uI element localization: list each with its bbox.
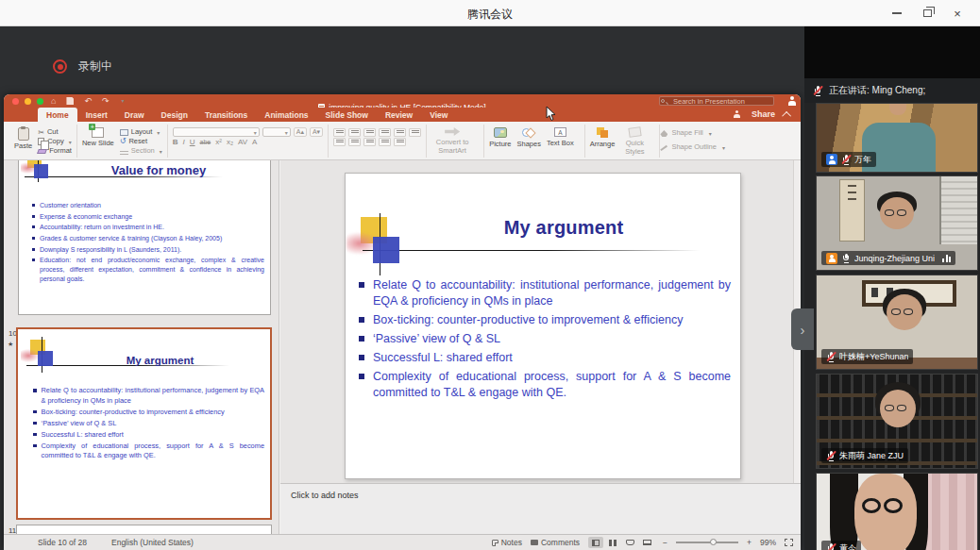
collapse-video-panel-button[interactable]: › (791, 308, 814, 350)
new-slide-icon (92, 127, 104, 138)
comments-icon (531, 540, 538, 545)
tab-slideshow[interactable]: Slide Show (317, 108, 377, 122)
numbering-button[interactable] (348, 128, 361, 137)
slideshow-button[interactable] (639, 537, 654, 548)
slide-counter[interactable]: Slide 10 of 28 (38, 538, 87, 547)
tab-animations[interactable]: Animations (256, 108, 316, 122)
shape-outline-button[interactable]: Shape Outline▾ (660, 143, 725, 152)
increase-indent-button[interactable] (379, 128, 391, 137)
muted-mic-icon (841, 155, 851, 165)
font-color-button[interactable]: A (252, 138, 257, 146)
close-button[interactable]: × (942, 0, 972, 26)
zoom-percent[interactable]: 99% (760, 538, 776, 547)
video-tile[interactable]: Junqing-Zhejiang Uni (816, 175, 978, 271)
normal-view-button[interactable] (588, 537, 603, 548)
slide-title[interactable]: My argument (346, 217, 740, 239)
layout-button[interactable]: Layout▾ (120, 127, 162, 137)
notes-icon (492, 540, 498, 546)
superscript-button[interactable]: x² (215, 138, 222, 146)
video-tile[interactable]: 叶姝楠+YeShunan (816, 275, 978, 370)
record-icon (53, 59, 67, 74)
participant-name: 叶姝楠+YeShunan (839, 351, 908, 363)
zoom-slider[interactable] (676, 542, 738, 543)
paste-button[interactable]: Paste (14, 127, 32, 151)
font-name-select[interactable] (173, 127, 260, 137)
zoom-slider-knob[interactable] (710, 539, 717, 545)
align-right-button[interactable] (363, 138, 376, 146)
language-status[interactable]: English (United States) (111, 538, 194, 547)
shapes-button[interactable]: Shapes (516, 127, 540, 149)
arrange-group: Arrange Quick Styles (584, 125, 660, 158)
participant-name: 黄今 (839, 542, 856, 550)
cut-button[interactable]: ✂Cut (38, 127, 72, 137)
animation-star-icon: ★ (8, 341, 13, 348)
notes-toggle[interactable]: Notes (492, 538, 522, 547)
character-spacing-button[interactable]: AV (238, 138, 247, 146)
shrink-font-button[interactable]: A▾ (310, 127, 323, 137)
search-input[interactable] (659, 96, 774, 106)
minimize-icon (892, 12, 902, 13)
convert-smartart-button[interactable]: Convert to SmartArt (431, 125, 473, 155)
tab-home[interactable]: Home (38, 108, 77, 122)
video-tile[interactable]: 黄今 (816, 473, 978, 550)
tab-transitions[interactable]: Transitions (196, 108, 256, 122)
speaking-banner: 正在讲话: Ming Cheng; (804, 78, 980, 103)
slide-canvas[interactable]: My argument Relate Q to accountability: … (345, 173, 741, 479)
speaking-label: 正在讲话: Ming Cheng; (829, 84, 925, 97)
shape-fill-button[interactable]: Shape Fill▾ (660, 129, 711, 138)
arrange-button[interactable]: Arrange (590, 127, 616, 149)
slide-sorter-button[interactable] (605, 537, 620, 548)
line-spacing-button[interactable] (394, 128, 406, 137)
video-tile[interactable]: 万年 (816, 103, 978, 173)
comments-toggle[interactable]: Comments (531, 538, 580, 547)
thumbnail-slide-11[interactable] (16, 525, 272, 534)
collapse-ribbon-icon[interactable] (782, 110, 791, 120)
tab-review[interactable]: Review (377, 108, 421, 122)
new-slide-button[interactable]: New Slide (82, 127, 114, 148)
window-title: 腾讯会议 (0, 7, 980, 23)
copy-icon (38, 138, 44, 145)
font-size-select[interactable] (262, 127, 291, 137)
restore-button[interactable] (912, 0, 942, 26)
share-button[interactable]: Share (752, 109, 775, 119)
minimize-button[interactable] (882, 0, 912, 26)
italic-button[interactable]: I (183, 138, 185, 146)
picture-button[interactable]: Picture (489, 127, 511, 149)
justify-button[interactable] (379, 138, 391, 146)
quick-styles-button[interactable]: Quick Styles (620, 127, 649, 156)
underline-button[interactable]: U (190, 138, 195, 146)
slide-body-text[interactable]: Relate Q to accountability: institutiona… (359, 277, 731, 404)
tab-design[interactable]: Design (153, 108, 196, 122)
strikethrough-button[interactable]: abe (200, 139, 211, 145)
grow-font-button[interactable]: A▴ (294, 127, 307, 137)
recording-indicator: 录制中 (53, 58, 112, 75)
tab-view[interactable]: View (421, 108, 456, 122)
reading-view-button[interactable] (622, 537, 637, 548)
align-center-button[interactable] (348, 138, 361, 146)
fit-to-window-icon[interactable] (785, 539, 793, 546)
decrease-indent-button[interactable] (363, 128, 376, 137)
text-direction-button[interactable] (409, 128, 421, 137)
reset-button[interactable]: ↺Reset (120, 137, 162, 146)
subscript-button[interactable]: x₂ (227, 138, 233, 146)
textbox-button[interactable]: A Text Box (547, 127, 574, 148)
zoom-out-button[interactable]: − (663, 538, 667, 547)
zoom-in-button[interactable]: + (747, 538, 752, 547)
account-avatar[interactable] (787, 96, 797, 106)
bullets-button[interactable] (333, 128, 346, 137)
notes-pane[interactable]: Click to add notes (280, 483, 801, 534)
thumbnail-value-for-money[interactable]: Value for money Customer orientation Exp… (18, 160, 271, 315)
bold-button[interactable]: B (173, 138, 178, 146)
layout-icon (120, 129, 128, 136)
columns-button[interactable] (394, 138, 406, 146)
section-button[interactable]: Section▾ (120, 146, 162, 156)
shape-outline-icon (661, 145, 667, 151)
tab-insert[interactable]: Insert (77, 108, 116, 122)
video-tile[interactable]: 朱雨萌 Jane ZJU (816, 374, 978, 469)
thumbnail-my-argument-selected[interactable]: My argument Relate Q to accountability: … (16, 327, 272, 520)
slide-sorter-icon (609, 540, 617, 546)
tab-draw[interactable]: Draw (116, 108, 153, 122)
copy-button[interactable]: Copy▾ (38, 137, 72, 146)
align-left-button[interactable] (333, 138, 346, 146)
reset-icon: ↺ (120, 138, 127, 145)
